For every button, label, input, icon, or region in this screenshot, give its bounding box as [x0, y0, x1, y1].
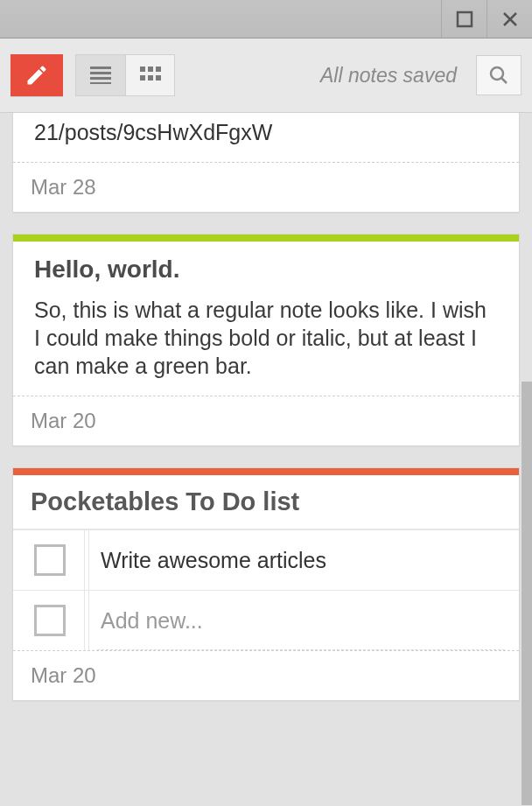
- list-view-button[interactable]: [76, 55, 125, 95]
- grid-icon: [140, 67, 161, 84]
- todo-checkbox[interactable]: [34, 544, 66, 576]
- app-toolbar: All notes saved: [0, 39, 532, 113]
- svg-rect-9: [156, 67, 161, 72]
- svg-rect-8: [148, 67, 153, 72]
- note-card[interactable]: Hello, world. So, this is what a regular…: [12, 234, 520, 446]
- svg-rect-12: [156, 75, 161, 81]
- todo-checkbox[interactable]: [34, 605, 66, 636]
- compose-button[interactable]: [10, 54, 63, 96]
- note-date: Mar 20: [13, 396, 519, 445]
- window-maximize-button[interactable]: [441, 0, 486, 38]
- window-close-button[interactable]: [486, 0, 532, 38]
- note-title: Hello, world.: [34, 256, 498, 284]
- svg-line-14: [501, 78, 507, 83]
- svg-rect-0: [458, 12, 472, 26]
- notes-scroll-area[interactable]: 21/posts/9csHwXdFgxW Mar 28 Hello, world…: [0, 113, 532, 806]
- svg-rect-10: [140, 75, 145, 81]
- view-toggle: [75, 54, 175, 96]
- window-titlebar: [0, 0, 532, 39]
- svg-rect-3: [90, 67, 111, 69]
- note-card[interactable]: 21/posts/9csHwXdFgxW Mar 28: [12, 113, 520, 213]
- note-body: So, this is what a regular note looks li…: [34, 296, 498, 380]
- note-date: Mar 28: [13, 162, 519, 212]
- note-color-bar: [13, 468, 519, 475]
- grid-view-button[interactable]: [125, 55, 174, 95]
- search-button[interactable]: [476, 55, 522, 95]
- save-status: All notes saved: [320, 64, 457, 88]
- todo-item-text: Write awesome articles: [85, 534, 519, 587]
- list-icon: [90, 67, 111, 84]
- todo-add-input[interactable]: Add new...: [85, 594, 519, 648]
- todo-item[interactable]: Write awesome articles: [13, 529, 519, 590]
- svg-rect-5: [90, 77, 111, 80]
- pencil-icon: [24, 63, 49, 88]
- svg-rect-4: [90, 72, 111, 74]
- note-color-bar: [13, 235, 519, 242]
- svg-rect-11: [148, 75, 153, 81]
- note-title: Pocketables To Do list: [31, 487, 501, 516]
- todo-list: Write awesome articles Add new...: [13, 529, 519, 650]
- scrollbar-thumb[interactable]: [522, 382, 532, 805]
- svg-rect-6: [90, 82, 111, 84]
- svg-rect-7: [140, 67, 145, 72]
- note-card-todo[interactable]: Pocketables To Do list Write awesome art…: [12, 467, 520, 701]
- note-body: 21/posts/9csHwXdFgxW: [34, 118, 498, 146]
- todo-add-row[interactable]: Add new...: [13, 590, 519, 650]
- note-date: Mar 20: [13, 650, 519, 700]
- svg-point-13: [491, 67, 503, 80]
- search-icon: [488, 65, 509, 86]
